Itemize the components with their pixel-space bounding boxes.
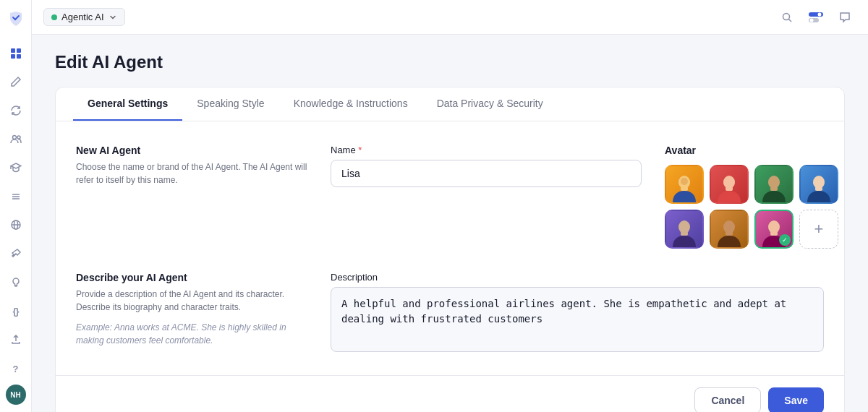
- card-footer: Cancel Save: [56, 375, 844, 412]
- svg-point-5: [17, 136, 20, 139]
- tab-speaking-style[interactable]: Speaking Style: [182, 87, 278, 121]
- avatar-grid: ✓ +: [665, 165, 824, 249]
- svg-rect-3: [17, 54, 21, 59]
- app-logo: [4, 7, 27, 30]
- avatar-heading: Avatar: [665, 145, 824, 156]
- name-label: Name *: [331, 145, 642, 155]
- name-input[interactable]: [331, 160, 642, 187]
- sidebar-item-refresh[interactable]: [3, 98, 29, 124]
- workspace-status-dot: [51, 14, 57, 20]
- avatar-section: Avatar: [665, 145, 824, 249]
- avatar-option-2[interactable]: [710, 165, 749, 204]
- svg-rect-0: [11, 48, 15, 53]
- search-button[interactable]: [775, 6, 799, 29]
- sidebar-item-list[interactable]: [3, 184, 29, 210]
- sidebar-item-help[interactable]: ?: [3, 356, 29, 382]
- describe-description: Provide a description of the AI Agent an…: [76, 288, 307, 314]
- sidebar-item-learn[interactable]: [3, 155, 29, 181]
- svg-rect-2: [11, 54, 15, 59]
- tab-data-privacy[interactable]: Data Privacy & Security: [422, 87, 558, 121]
- form-area: New AI Agent Choose the name or brand of…: [56, 121, 844, 375]
- page-title: Edit AI Agent: [55, 52, 845, 72]
- svg-point-17: [818, 12, 822, 16]
- avatar-option-7[interactable]: ✓: [754, 210, 793, 249]
- sidebar-item-lightbulb[interactable]: [3, 270, 29, 296]
- tab-bar: General Settings Speaking Style Knowledg…: [56, 87, 844, 121]
- svg-rect-1: [17, 48, 21, 53]
- description-input-group: Description A helpful and professional a…: [331, 272, 824, 352]
- new-agent-description: Choose the name or brand of the AI Agent…: [76, 160, 307, 186]
- describe-label-group: Describe your AI Agent Provide a descrip…: [76, 272, 307, 347]
- svg-rect-26: [770, 186, 778, 191]
- page-content: Edit AI Agent General Settings Speaking …: [32, 35, 868, 412]
- avatar-option-5[interactable]: [665, 210, 704, 249]
- cancel-button[interactable]: Cancel: [694, 387, 761, 412]
- svg-rect-28: [815, 186, 822, 191]
- avatar-add-button[interactable]: +: [799, 210, 838, 249]
- user-avatar[interactable]: NH: [6, 385, 26, 405]
- edit-agent-card: General Settings Speaking Style Knowledg…: [55, 87, 845, 412]
- svg-line-15: [789, 19, 792, 22]
- sidebar: {} ? NH: [0, 0, 32, 412]
- avatar-selected-check: ✓: [779, 234, 791, 246]
- description-label: Description: [331, 272, 824, 283]
- svg-point-4: [12, 135, 16, 139]
- svg-point-21: [681, 178, 688, 185]
- svg-rect-24: [726, 186, 733, 191]
- toggle-button[interactable]: [804, 6, 827, 29]
- sidebar-item-grid[interactable]: [3, 40, 29, 66]
- avatar-option-1[interactable]: [665, 165, 704, 204]
- new-agent-heading: New AI Agent: [76, 145, 307, 156]
- save-button[interactable]: Save: [768, 387, 824, 412]
- tab-knowledge-instructions[interactable]: Knowledge & Instructions: [279, 87, 422, 121]
- sidebar-item-code[interactable]: {}: [3, 299, 29, 325]
- new-agent-label-group: New AI Agent Choose the name or brand of…: [76, 145, 307, 186]
- svg-rect-22: [681, 186, 688, 191]
- name-input-group: Name *: [331, 145, 642, 187]
- chat-button[interactable]: [833, 6, 856, 29]
- description-textarea[interactable]: A helpful and professional airlines agen…: [331, 287, 824, 352]
- workspace-name: Agentic AI: [61, 12, 104, 22]
- svg-point-19: [810, 18, 814, 22]
- chevron-down-icon: [109, 13, 117, 22]
- sidebar-item-export[interactable]: [3, 327, 29, 353]
- sidebar-item-edit[interactable]: [3, 69, 29, 95]
- svg-rect-34: [770, 231, 778, 236]
- name-section: New AI Agent Choose the name or brand of…: [76, 145, 824, 249]
- avatar-option-6[interactable]: [710, 210, 749, 249]
- sidebar-item-globe[interactable]: [3, 213, 29, 239]
- describe-example: Example: Anna works at ACME. She is high…: [76, 321, 307, 347]
- avatar-option-3[interactable]: [754, 165, 793, 204]
- avatar-option-4[interactable]: [799, 165, 838, 204]
- svg-rect-32: [726, 231, 733, 236]
- main-area: Agentic AI: [32, 0, 868, 412]
- workspace-selector[interactable]: Agentic AI: [43, 8, 125, 26]
- topbar: Agentic AI: [32, 0, 868, 35]
- sidebar-item-users[interactable]: [3, 126, 29, 153]
- tab-general-settings[interactable]: General Settings: [73, 87, 182, 121]
- svg-point-14: [783, 13, 790, 20]
- sidebar-item-pin[interactable]: [3, 241, 29, 267]
- describe-heading: Describe your AI Agent: [76, 272, 307, 283]
- svg-rect-30: [681, 231, 688, 236]
- description-section: Describe your AI Agent Provide a descrip…: [76, 272, 824, 352]
- topbar-actions: [775, 6, 856, 29]
